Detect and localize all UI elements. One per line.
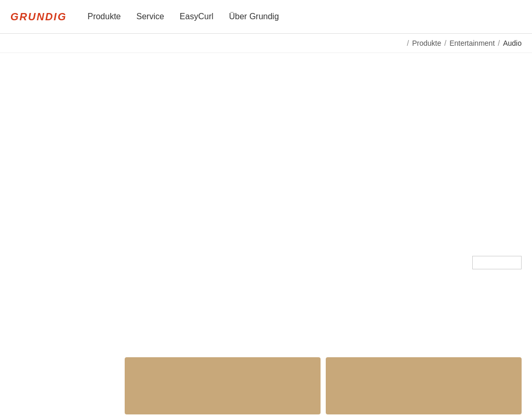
sort-select[interactable]: Preis aufsteigend Preis absteigend Name: [472, 256, 522, 269]
breadcrumb-audio: Audio: [503, 39, 522, 47]
sort-container: Preis aufsteigend Preis absteigend Name: [472, 256, 522, 269]
brand-logo[interactable]: GRUNDIG: [10, 11, 66, 23]
nav-item-easycurl[interactable]: EasyCurl: [180, 12, 214, 21]
breadcrumb-separator: /: [407, 39, 409, 47]
products-row: [114, 357, 532, 414]
breadcrumb-entertainment[interactable]: Entertainment: [449, 39, 495, 47]
site-header: GRUNDIG Produkte Service EasyCurl Über G…: [0, 0, 532, 34]
breadcrumb-separator: /: [444, 39, 446, 47]
nav-item-produkte[interactable]: Produkte: [87, 12, 121, 21]
filter-sidebar: [0, 53, 114, 414]
breadcrumb-bar: / Produkte / Entertainment / Audio: [0, 34, 532, 53]
breadcrumb-separator: /: [498, 39, 500, 47]
breadcrumb-produkte[interactable]: Produkte: [412, 39, 441, 47]
breadcrumb: / Produkte / Entertainment / Audio: [407, 39, 522, 47]
nav-item-ueber-grundig[interactable]: Über Grundig: [229, 12, 279, 21]
product-content-area: Preis aufsteigend Preis absteigend Name …: [114, 53, 532, 414]
nav-item-service[interactable]: Service: [137, 12, 164, 21]
product-card[interactable]: [125, 357, 321, 414]
main-content: Preis aufsteigend Preis absteigend Name …: [0, 53, 532, 414]
brand-name: GRUNDIG: [10, 11, 66, 22]
product-card[interactable]: [326, 357, 522, 414]
main-nav: Produkte Service EasyCurl Über Grundig: [87, 12, 278, 21]
